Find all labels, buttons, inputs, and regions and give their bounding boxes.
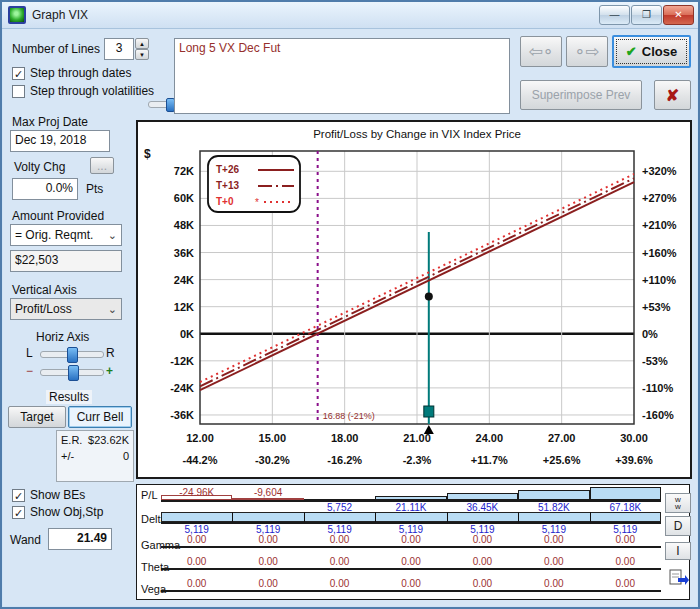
next-graph-button[interactable]: ∘⇨ [566,36,608,67]
y-axis-tick-label: -36K [170,409,194,421]
pl-bar [590,487,661,500]
greek-value: 0.00 [161,578,232,589]
delta-bar-separator [447,512,448,522]
close-button[interactable]: ✔ Close [612,35,691,68]
greek-zero-line [161,568,661,570]
greek-value: 0.00 [232,556,303,567]
max-proj-date-input[interactable]: Dec 19, 2018 [10,130,110,152]
pl-bar [232,498,303,500]
step-vols-checkbox[interactable]: Step through volatilities [12,84,154,98]
greek-value: 0.00 [161,534,232,545]
delta-bar-separator [518,512,519,522]
y2-axis-tick-label: +110% [642,274,676,286]
greek-value: 0.00 [447,556,518,567]
y-axis-tick-label: 24K [174,274,194,286]
pl-bar [375,496,446,500]
step-dates-checkbox[interactable]: ✓ Step through dates [12,66,131,80]
show-obj-stp-label: Show Obj,Stp [30,505,103,519]
greek-value: 0.00 [590,578,661,589]
delta-bar [161,512,661,522]
y2-axis-tick-label: 0% [642,328,658,340]
title-bar[interactable]: Graph VIX — ❐ ✕ [2,2,698,29]
slider-minus-label: − [26,364,33,378]
x-axis-tick-label: 24.00 [476,432,504,444]
greek-panel-button-D[interactable]: D [665,516,691,536]
delete-graph-button[interactable]: ✘ [654,80,691,110]
greek-zero-line [161,546,661,548]
amount-provided-select[interactable]: = Orig. Reqmt. ⌄ [10,224,122,246]
prev-graph-button[interactable]: ⇦∘ [520,36,562,67]
breakeven-label: 16.88 (-21%) [323,411,375,421]
step-vols-checkbox-box [12,85,25,98]
greek-value: 0.00 [232,534,303,545]
y-axis-tick-label: 36K [174,247,194,259]
curr-bell-button[interactable]: Curr Bell [68,406,132,428]
spin-up-button[interactable]: ▲ [135,38,149,49]
y2-axis-tick-label: -110% [642,382,673,394]
position-description-box[interactable]: Long 5 VX Dec Fut [174,38,510,114]
greek-value: 0.00 [590,556,661,567]
spin-down-button[interactable]: ▼ [135,49,149,60]
target-button[interactable]: Target [8,406,66,428]
volty-chg-input[interactable]: 0.0% [12,178,78,200]
y2-axis-tick-label: +210% [642,219,677,231]
prev-arrow-icon: ⇦∘ [529,41,554,62]
chart-title: Profit/Loss by Change in VIX Index Price [313,128,521,140]
greeks-panel: P/L-24.96K-9,6045,75221.11K36.45K51.82K6… [136,484,690,600]
y2-axis-tick-label: -53% [642,355,668,367]
number-of-lines-input[interactable]: 3 [104,38,134,60]
y-axis-tick-label: -12K [170,355,194,367]
date-step-slider[interactable] [148,101,176,108]
plus-minus-value: 0 [123,450,129,462]
maximize-icon: ❐ [642,9,651,20]
volty-chg-label: Volty Chg [14,160,65,174]
horiz-shift-slider[interactable] [40,351,104,358]
next-arrow-icon: ∘⇨ [575,41,600,62]
spin-up-icon: ▲ [139,41,145,47]
vertical-axis-select[interactable]: Profit/Loss ⌄ [10,298,122,320]
wand-input[interactable]: 21.49 [48,528,112,550]
greek-value: -24.96K [161,487,232,498]
maximize-button[interactable]: ❐ [631,5,662,25]
greek-value: 0.00 [375,534,446,545]
show-obj-stp-checkbox[interactable]: ✓ Show Obj,Stp [12,505,103,519]
er-label: E.R. [61,434,82,446]
combo-arrow-icon: ⌄ [108,303,117,316]
horiz-zoom-slider[interactable] [40,369,104,376]
greek-value: 0.00 [304,578,375,589]
greek-value: 0.00 [447,534,518,545]
volty-more-button[interactable]: ... [90,157,114,174]
results-label: Results [46,390,92,404]
y-axis-tick-label: 72K [174,165,194,177]
show-bes-checkbox[interactable]: ✓ Show BEs [12,488,85,502]
profit-loss-chart[interactable]: 72K+320%60K+270%48K+210%36K+160%24K+110%… [138,122,690,477]
horiz-zoom-slider-thumb[interactable] [68,365,79,381]
x-axis-tick-label: 27.00 [548,432,576,444]
greek-panel-button-I[interactable]: I [665,542,691,560]
horiz-shift-slider-thumb[interactable] [67,347,78,363]
x-axis-tick-label: 18.00 [331,432,359,444]
amount-value-field[interactable]: $22,503 [10,250,122,272]
window-close-button[interactable]: ✕ [663,5,694,25]
y-axis-unit-label: $ [144,147,151,161]
amount-provided-label: Amount Provided [12,209,104,223]
greek-value: 0.00 [375,556,446,567]
combo-arrow-icon: ⌄ [108,229,117,242]
minimize-button[interactable]: — [599,5,630,25]
legend-sample-asterisk: * [255,197,259,208]
export-button[interactable] [665,567,691,589]
greek-value: 0.00 [232,578,303,589]
show-bes-label: Show BEs [30,488,85,502]
red-x-icon: ✘ [666,86,679,105]
legend-label: T+26 [216,164,240,175]
y-axis-tick-label: -24K [170,382,194,394]
er-value: $23.62K [88,434,129,446]
legend-label: T+0 [216,196,234,207]
greek-value: 0.00 [375,578,446,589]
number-of-lines-label: Number of Lines [12,42,100,56]
delta-bar-separator [304,512,305,522]
export-icon [667,567,689,589]
greek-panel-button-ww[interactable]: ww [665,493,691,513]
superimpose-prev-button[interactable]: Superimpose Prev [520,80,642,110]
app-icon [8,6,26,24]
